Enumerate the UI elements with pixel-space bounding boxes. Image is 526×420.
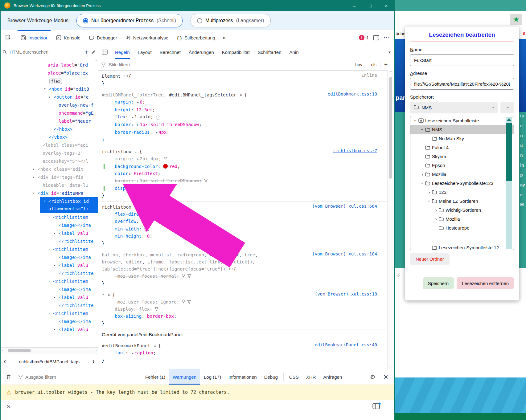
css-declaration[interactable]: flex-direction: column; i xyxy=(102,211,341,218)
stylesheet-link[interactable]: (vom Browser) xul.css:664 xyxy=(312,204,377,209)
name-field[interactable] xyxy=(410,54,514,66)
markup-row[interactable]: </richlistite xyxy=(1,237,98,245)
bookmark-star-button[interactable]: ★ xyxy=(510,14,522,25)
tree-item-hosteurope[interactable]: Hosteurope xyxy=(410,223,514,232)
rules-scrollbar[interactable]: ˆ ˬ xyxy=(387,70,394,369)
bulb-icon[interactable] xyxy=(182,300,185,304)
rules-scroll-thumb[interactable] xyxy=(389,77,392,179)
collapse-tree-button[interactable]: › xyxy=(500,102,514,113)
class-toggle-button[interactable]: .cls xyxy=(366,61,380,68)
more-tabs-button[interactable]: » xyxy=(220,30,229,45)
markup-row[interactable]: ▾<hbox id="editB xyxy=(1,85,98,93)
markup-row[interactable]: </hbox> xyxy=(1,125,98,133)
console-close-icon[interactable]: × xyxy=(380,373,392,381)
new-folder-button[interactable]: Neuer Ordner xyxy=(410,253,450,265)
funnel-icon[interactable] xyxy=(154,307,158,311)
markup-row[interactable]: ▾<div id="editBMPa xyxy=(1,189,98,197)
markup-row[interactable]: </richlistite xyxy=(1,301,98,309)
panel-resize-gripper[interactable] xyxy=(396,272,401,279)
save-button[interactable]: Speichern xyxy=(423,277,454,289)
markup-row[interactable]: ▸<hbox class="edit xyxy=(1,165,98,173)
split-console-icon[interactable] xyxy=(372,402,381,411)
markup-row[interactable]: <image></ima xyxy=(1,285,98,293)
css-declaration[interactable]: margin: ▶2px 4px; xyxy=(102,155,341,163)
sidebar-tab-berechnet[interactable]: Berechnet xyxy=(160,45,181,59)
sidebar-toggle-icon[interactable] xyxy=(102,50,108,55)
tree-item-epson[interactable]: Epson xyxy=(410,161,514,170)
location-dropdown[interactable]: NMS › xyxy=(410,102,498,113)
sidebar-tab-schriftarten[interactable]: Schriftarten xyxy=(258,45,281,59)
tab-netzwerkanalyse[interactable]: Netzwerkanalyse xyxy=(121,30,173,45)
rule-selector[interactable]: #editBMPanel_folderTree, #editBMPanel_ta… xyxy=(102,92,341,99)
css-declaration[interactable]: border-radius: ▶4px; xyxy=(102,129,341,137)
css-declaration[interactable]: border: ▶1px solid ThreeDShadow; xyxy=(102,177,341,185)
rules-scroll-up-icon[interactable]: ˆ xyxy=(388,71,394,75)
stylesheet-link[interactable]: (vom Browser) xul.css:18 xyxy=(315,292,377,296)
css-declaration[interactable]: min-width: 0; xyxy=(102,226,341,233)
css-declaration[interactable]: overflow: ▶ xyxy=(102,218,341,226)
rule-selector[interactable]: browser, editor, iframe, label:is(.text-… xyxy=(102,259,341,266)
tab-debugger[interactable]: Debugger xyxy=(85,30,121,45)
sidebar-tab-layout[interactable]: Layout xyxy=(138,45,152,59)
tree-item-mozilla[interactable]: ›Mozilla xyxy=(410,214,514,223)
sidebar-tab-änderungen[interactable]: Änderungen xyxy=(189,45,214,59)
markup-row[interactable]: <image></ima xyxy=(1,221,98,229)
scroll-right-icon[interactable]: › xyxy=(95,348,97,353)
markup-row[interactable]: ▸<div id="tags-fie xyxy=(1,173,98,181)
rule-selector[interactable]: tab[selected="true"]:not([ignorefocus="t… xyxy=(102,266,341,273)
rule-selector[interactable]: Element { xyxy=(102,73,341,80)
funnel-icon[interactable] xyxy=(187,274,191,278)
tree-item-falout-4[interactable]: Falout 4 xyxy=(410,143,514,152)
node-picker-button[interactable] xyxy=(1,30,16,45)
rules-scroll-down-icon[interactable]: ˬ xyxy=(388,364,394,368)
minimize-button[interactable]: – xyxy=(346,0,362,11)
tab-konsole[interactable]: Konsole xyxy=(52,30,85,45)
style-filter-input[interactable] xyxy=(108,62,347,67)
rule-selector[interactable]: button, checkbox, menulist, radiogroup, … xyxy=(102,251,341,259)
markup-row[interactable]: </vbox> xyxy=(1,133,98,141)
css-declaration[interactable]: display: flex; xyxy=(102,306,341,313)
markup-row[interactable]: <image></ima xyxy=(1,253,98,261)
tree-item-lesezeichen-symbolleiste[interactable]: ›★Lesezeichen-Symbolleiste xyxy=(410,116,514,125)
stylesheet-link[interactable]: (vom Browser) xul.css:104 xyxy=(312,251,377,256)
markup-scroll-up-icon[interactable]: ˆ xyxy=(96,60,97,64)
markup-row[interactable]: ▸<label valu xyxy=(1,325,98,333)
tree-item-lesezeichen-symbolleiste-12[interactable]: Lesezeichen-Symbolleiste 12 xyxy=(410,243,514,250)
hover-pseudo-button[interactable]: :hov xyxy=(350,61,366,68)
scroll-left-icon[interactable]: ‹ xyxy=(2,348,3,353)
css-declaration[interactable]: display: none; xyxy=(102,185,341,192)
markup-row[interactable]: label="Neuer xyxy=(1,117,98,125)
rule-selector[interactable]: richlistbox xyxy=(102,204,341,211)
sidebar-tab-regeln[interactable]: Regeln xyxy=(115,45,130,59)
devtools-menu-button[interactable]: ⋯ xyxy=(384,34,389,41)
remove-bookmark-button[interactable]: Lesezeichen entfernen xyxy=(457,277,514,289)
markup-row[interactable]: <label class="edi xyxy=(1,141,98,149)
markup-row[interactable]: ▸<label valu xyxy=(1,293,98,301)
rule-selector[interactable]: * { xyxy=(102,292,341,299)
console-input-row[interactable]: » xyxy=(1,400,394,420)
markup-row[interactable]: place="place:ex xyxy=(1,69,98,77)
clear-console-icon[interactable] xyxy=(3,374,14,380)
tree-item-no-man-sky[interactable]: No Man Sky xyxy=(410,134,514,143)
tree-scroll-up-icon[interactable] xyxy=(507,118,511,121)
hscroll-thumb[interactable] xyxy=(8,349,31,352)
stylesheet-link[interactable]: richlistbox.css:7 xyxy=(333,148,377,153)
mode-option-multiprocess[interactable]: Multiprozess (Langsamer) xyxy=(191,14,271,27)
css-declaration[interactable]: height: 12.5em; xyxy=(102,106,341,113)
markup-scroll-down-icon[interactable]: ˬ xyxy=(96,328,97,332)
stylesheet-link[interactable]: editBookmarkPanel.css:40 xyxy=(315,342,377,347)
rule-selector[interactable]: #editBookmarkPanel { xyxy=(102,342,341,349)
console-tab-log-17-[interactable]: Log (17) xyxy=(200,369,225,385)
add-node-button[interactable]: + xyxy=(83,49,89,56)
tree-item-nms[interactable]: ›NMS xyxy=(410,125,514,134)
markup-row-selected[interactable]: ▾<richlistbox idallowevents="tr xyxy=(40,197,98,213)
address-field[interactable] xyxy=(410,78,514,90)
console-filter-input[interactable] xyxy=(25,374,142,380)
markup-row[interactable]: oncommand="gE xyxy=(1,109,98,117)
css-declaration[interactable]: border: ▶1px solid ThreeDShadow; xyxy=(102,121,341,129)
markup-row[interactable]: flex xyxy=(1,77,98,85)
add-rule-button[interactable]: + xyxy=(380,61,391,68)
error-badge-icon[interactable]: ! xyxy=(359,35,364,40)
eyedropper-icon[interactable] xyxy=(91,50,96,55)
funnel-icon[interactable] xyxy=(204,179,208,182)
